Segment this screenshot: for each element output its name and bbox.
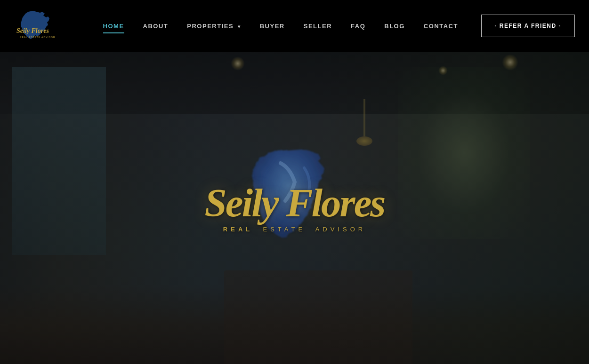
nav-item-seller[interactable]: SELLER <box>294 18 341 34</box>
svg-text:Seily Flores: Seily Flores <box>16 27 49 34</box>
nav-item-properties[interactable]: PROPERTIES ▾ <box>178 18 250 34</box>
brand-name-container: Seily Flores REAL ESTATE ADVISOR <box>153 183 436 233</box>
brand-name: Seily Flores <box>153 183 436 223</box>
nav-item-buyer[interactable]: BUYER <box>250 18 294 34</box>
nav-item-blog[interactable]: BLOG <box>375 18 414 34</box>
navbar: Seily Flores REAL ESTATE ADVISOR HOME AB… <box>0 0 589 52</box>
nav-item-about[interactable]: ABOUT <box>134 18 178 34</box>
hero-section: Seily Flores REAL ESTATE ADVISOR <box>0 52 589 364</box>
logo[interactable]: Seily Flores REAL ESTATE ADVISOR <box>14 7 80 45</box>
svg-text:REAL ESTATE ADVISOR: REAL ESTATE ADVISOR <box>20 36 56 39</box>
refer-friend-button[interactable]: - REFER A FRIEND - <box>481 15 575 37</box>
brand-subtitle: REAL ESTATE ADVISOR <box>153 226 436 233</box>
nav-item-home[interactable]: HOME <box>94 18 134 34</box>
nav-item-faq[interactable]: FAQ <box>341 18 375 34</box>
nav-item-contact[interactable]: CONTACT <box>414 18 468 34</box>
properties-dropdown-arrow: ▾ <box>238 24 241 29</box>
hero-brand: Seily Flores REAL ESTATE ADVISOR <box>153 183 436 233</box>
nav-links: HOME ABOUT PROPERTIES ▾ BUYER SELLER FAQ… <box>94 18 468 34</box>
